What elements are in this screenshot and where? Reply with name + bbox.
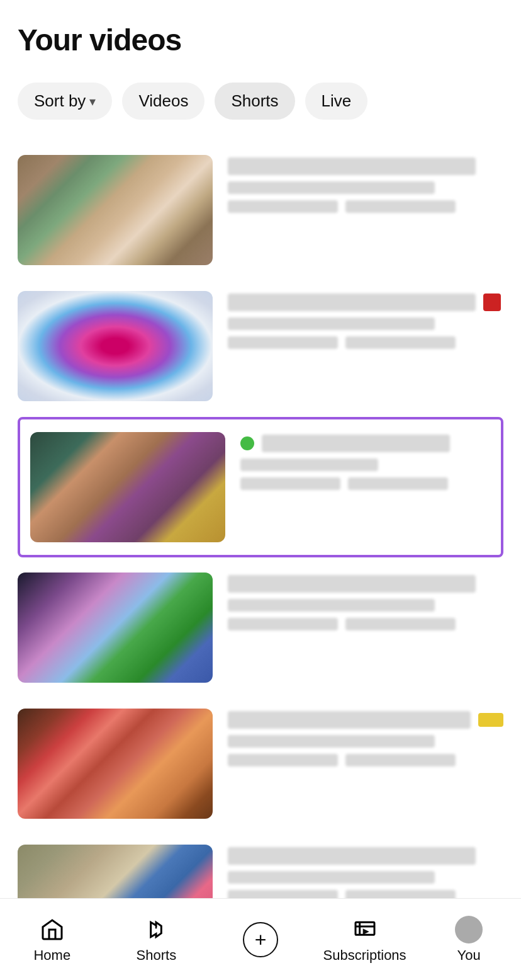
bottom-nav: Home Shorts + Subscriptions (0, 898, 521, 980)
avatar (455, 916, 483, 943)
video-thumbnail (18, 155, 213, 265)
nav-create[interactable]: + (208, 922, 313, 957)
video-stats (228, 200, 338, 213)
video-badge (483, 293, 501, 311)
nav-shorts[interactable]: Shorts (104, 916, 209, 964)
sort-by-button[interactable]: Sort by ▾ (18, 83, 112, 120)
video-title (228, 575, 476, 593)
video-subtitle (228, 735, 435, 748)
page-content: Your videos Sort by ▾ Videos Shorts Live (0, 0, 521, 980)
video-list (18, 142, 503, 968)
video-status-icon (240, 436, 254, 450)
video-badge-yellow (478, 713, 503, 727)
video-thumbnail (18, 709, 213, 819)
create-icon: + (243, 922, 278, 957)
table-row[interactable] (18, 560, 503, 696)
video-thumbnail (30, 432, 225, 542)
video-info (228, 845, 503, 903)
video-meta (228, 293, 503, 349)
nav-home-label: Home (33, 947, 70, 964)
video-title (262, 435, 450, 452)
videos-filter-label: Videos (138, 91, 188, 111)
nav-subscriptions[interactable]: Subscriptions (313, 916, 417, 964)
sort-by-label: Sort by (34, 91, 86, 111)
table-row[interactable] (18, 142, 503, 278)
video-subtitle (240, 459, 378, 471)
filter-bar: Sort by ▾ Videos Shorts Live (18, 83, 503, 120)
video-info (228, 291, 503, 349)
video-date (345, 754, 456, 766)
nav-home[interactable]: Home (0, 916, 104, 964)
video-title (228, 847, 476, 865)
video-date (345, 618, 456, 630)
video-meta (240, 435, 491, 490)
video-meta (228, 711, 503, 766)
video-subtitle (228, 871, 435, 884)
nav-you-label: You (457, 947, 481, 964)
video-info (228, 573, 503, 630)
chevron-down-icon: ▾ (89, 94, 96, 109)
video-stats (228, 754, 338, 766)
live-filter-button[interactable]: Live (305, 83, 368, 120)
video-title (228, 711, 471, 729)
videos-filter-button[interactable]: Videos (122, 83, 204, 120)
page-title: Your videos (18, 23, 503, 57)
video-stats (228, 336, 338, 349)
video-date (345, 200, 456, 213)
shorts-filter-button[interactable]: Shorts (215, 83, 294, 120)
video-stats (228, 618, 338, 630)
video-info (228, 155, 503, 213)
video-subtitle (228, 317, 435, 330)
live-filter-label: Live (322, 91, 352, 111)
video-thumbnail (18, 291, 213, 401)
you-avatar-icon (455, 916, 483, 943)
shorts-icon (142, 916, 170, 943)
home-icon (38, 916, 66, 943)
video-thumbnail (18, 573, 213, 683)
video-meta (228, 847, 503, 903)
video-stats (240, 477, 340, 490)
nav-you[interactable]: You (417, 916, 521, 964)
table-row[interactable] (18, 417, 503, 557)
video-meta (228, 157, 503, 213)
video-date (345, 336, 456, 349)
table-row[interactable] (18, 696, 503, 832)
video-info (228, 709, 503, 766)
video-title (228, 293, 476, 311)
video-date (348, 477, 448, 490)
subscriptions-icon (351, 916, 379, 943)
shorts-filter-label: Shorts (231, 91, 278, 111)
video-meta (228, 575, 503, 630)
nav-subscriptions-label: Subscriptions (323, 947, 406, 964)
video-title (228, 157, 476, 175)
table-row[interactable] (18, 278, 503, 414)
video-info (240, 432, 491, 490)
video-subtitle (228, 599, 435, 612)
nav-shorts-label: Shorts (137, 947, 177, 964)
video-subtitle (228, 181, 435, 194)
